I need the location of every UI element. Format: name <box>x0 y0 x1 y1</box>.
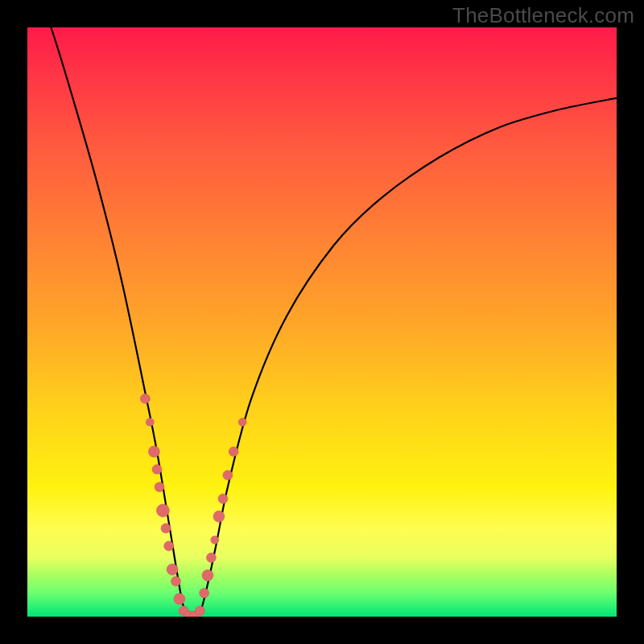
sample-dots-group <box>140 394 246 617</box>
curve-layer <box>27 27 617 617</box>
sample-dot <box>146 418 154 426</box>
sample-dot <box>218 494 228 504</box>
watermark-text: TheBottleneck.com <box>452 3 634 28</box>
sample-dot <box>202 570 213 581</box>
sample-dot <box>200 588 209 598</box>
sample-dot <box>156 504 169 517</box>
sample-dot <box>174 593 185 605</box>
sample-dot <box>148 446 159 457</box>
plot-area <box>27 27 617 617</box>
chart-frame: TheBottleneck.com <box>0 0 644 644</box>
sample-dot <box>164 541 174 551</box>
sample-dot <box>196 606 205 616</box>
sample-dot <box>223 470 233 480</box>
sample-dot <box>206 553 216 563</box>
sample-dot <box>155 482 164 492</box>
sample-dot <box>161 523 171 533</box>
sample-dot <box>211 536 219 544</box>
bottleneck-curve <box>27 27 617 617</box>
sample-dot <box>238 418 246 426</box>
sample-dot <box>171 576 181 586</box>
sample-dot <box>213 511 225 522</box>
sample-dot <box>229 447 238 456</box>
sample-dot <box>140 394 150 403</box>
sample-dot <box>167 564 178 575</box>
sample-dot <box>152 464 162 474</box>
